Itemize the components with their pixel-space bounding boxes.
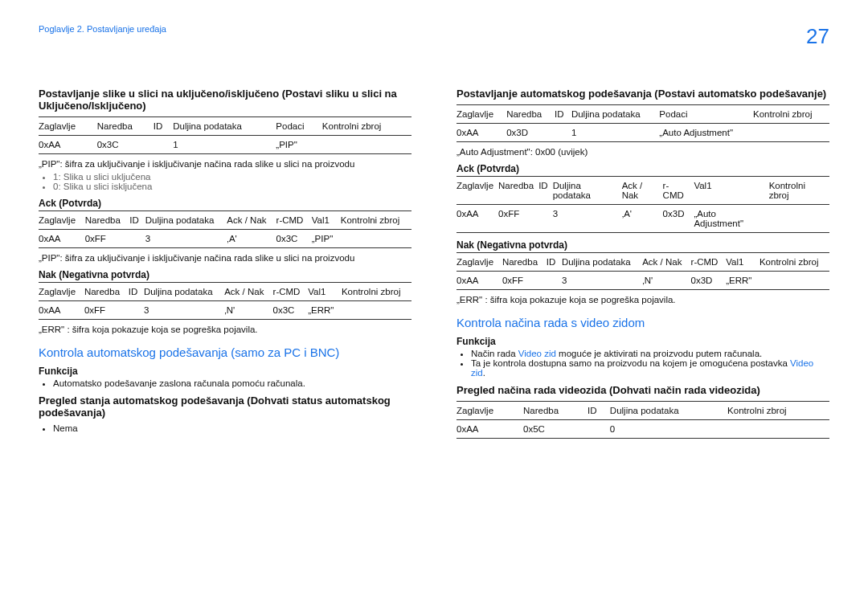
text: Ta je kontrola dostupna samo na proizvod…	[471, 358, 790, 368]
td: 3	[553, 205, 622, 233]
list-item: Ta je kontrola dostupna samo na proizvod…	[471, 358, 829, 378]
td: ‚A'	[227, 230, 276, 248]
th: Podaci	[276, 117, 322, 136]
th: Naredba	[502, 253, 547, 272]
th: Naredba	[523, 402, 588, 420]
th: Naredba	[498, 177, 538, 205]
th: ID	[129, 283, 144, 301]
td: 0xFF	[502, 272, 547, 290]
note-text: „Auto Adjustment": 0x00 (uvijek)	[457, 147, 829, 157]
th: Zaglavlje	[457, 253, 502, 272]
th: Kontrolni zbroj	[769, 177, 829, 205]
td: „PIP"	[276, 136, 322, 154]
ack-table: Zaglavlje Naredba ID Duljina podataka Ac…	[39, 210, 411, 248]
th: Kontrolni zbroj	[341, 211, 411, 230]
th: Kontrolni zbroj	[727, 402, 829, 420]
sub-heading: Ack (Potvrda)	[39, 198, 411, 209]
command-table: Zaglavlje Naredba ID Duljina podataka Po…	[39, 116, 411, 154]
th: ID	[129, 211, 145, 230]
th: Duljina podataka	[173, 117, 276, 136]
th: Podaci	[659, 105, 753, 124]
list-item: Nema	[53, 423, 411, 433]
th: Zaglavlje	[457, 177, 498, 205]
th: Duljina podataka	[562, 253, 642, 272]
th: Zaglavlje	[39, 211, 85, 230]
sub-heading: Funkcija	[39, 366, 411, 377]
td: 0xFF	[84, 301, 129, 320]
td	[129, 230, 145, 248]
th: ID	[547, 253, 562, 272]
td	[129, 301, 144, 320]
td	[753, 124, 829, 142]
th: Naredba	[84, 283, 129, 301]
td: 0x3C	[276, 230, 312, 248]
th: Duljina podataka	[610, 402, 727, 420]
td: 0xAA	[39, 136, 97, 154]
td	[555, 124, 571, 142]
th: Zaglavlje	[39, 283, 84, 301]
th: Kontrolni zbroj	[322, 117, 411, 136]
td: 0xAA	[457, 205, 498, 233]
th: Ack / Nak	[227, 211, 276, 230]
td: 0	[610, 420, 727, 439]
th: Ack / Nak	[622, 177, 663, 205]
td	[547, 272, 562, 290]
th: r-CMD	[273, 283, 309, 301]
th: Kontrolni zbroj	[753, 105, 829, 124]
td: 0xFF	[498, 205, 538, 233]
td: 3	[145, 230, 227, 248]
command-table: Zaglavlje Naredba ID Duljina podataka Ko…	[457, 401, 829, 439]
th: Zaglavlje	[457, 402, 523, 420]
section-heading: Postavljanje slike u slici na uključeno/…	[39, 88, 411, 112]
th: Duljina podataka	[145, 211, 227, 230]
command-table: Zaglavlje Naredba ID Duljina podataka Po…	[457, 104, 829, 142]
link-text: Video zid	[518, 349, 556, 358]
th: Kontrolni zbroj	[342, 283, 411, 301]
td: 0x5C	[523, 420, 588, 439]
td: „Auto Adjustment"	[694, 205, 768, 233]
td: 0xAA	[457, 272, 502, 290]
th: Duljina podataka	[571, 105, 659, 124]
right-column: Postavljanje automatskog podešavanja (Po…	[457, 81, 829, 443]
th: Naredba	[85, 211, 130, 230]
td	[322, 136, 411, 154]
note-text: „PIP": šifra za uključivanje i isključiv…	[39, 159, 411, 169]
page-number: 27	[806, 24, 829, 49]
td: 3	[562, 272, 642, 290]
th: Duljina podataka	[144, 283, 224, 301]
td: 0xFF	[85, 230, 130, 248]
note-text: „ERR" : šifra koja pokazuje koja se pogr…	[457, 295, 829, 304]
td: 1	[173, 136, 276, 154]
td: 0x3D	[691, 272, 727, 290]
td: 0xAA	[457, 420, 523, 439]
td: 0x3D	[506, 124, 555, 142]
th: ID	[588, 402, 610, 420]
td	[769, 205, 829, 233]
td: 0x3C	[97, 136, 154, 154]
list-item: 0: Slika u slici isključena	[53, 182, 411, 191]
th: Ack / Nak	[224, 283, 272, 301]
td: ‚N'	[224, 301, 272, 320]
td: „ERR"	[308, 301, 342, 320]
text: moguće je aktivirati na proizvodu putem …	[556, 349, 762, 358]
td: 1	[571, 124, 659, 142]
td	[342, 301, 411, 320]
th: Duljina podataka	[553, 177, 622, 205]
td: 0x3C	[273, 301, 309, 320]
list-item: Način rada Video zid moguće je aktivirat…	[471, 349, 829, 358]
section-heading-blue: Kontrola automatskog podešavanja (samo z…	[39, 345, 411, 359]
section-heading: Postavljanje automatskog podešavanja (Po…	[457, 88, 829, 100]
th: Naredba	[97, 117, 154, 136]
sub-heading: Nak (Negativna potvrda)	[39, 269, 411, 280]
td: 3	[144, 301, 224, 320]
th: r-CMD	[276, 211, 312, 230]
th: Val1	[726, 253, 760, 272]
ack-table: Zaglavlje Naredba ID Duljina podataka Ac…	[457, 176, 829, 233]
td: 0xAA	[457, 124, 506, 142]
th: ID	[154, 117, 173, 136]
note-text: „ERR" : šifra koja pokazuje koja se pogr…	[39, 325, 411, 334]
td	[588, 420, 610, 439]
sub-heading: Pregled načina rada videozida (Dohvati n…	[457, 384, 829, 396]
th: Zaglavlje	[457, 105, 506, 124]
td	[154, 136, 173, 154]
